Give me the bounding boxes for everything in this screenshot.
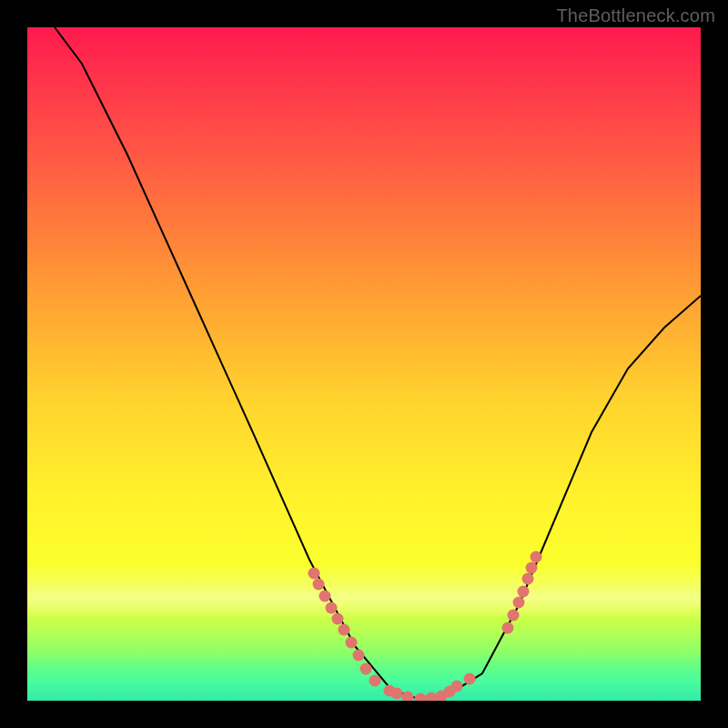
gradient-plot-area bbox=[27, 27, 701, 701]
watermark-text: TheBottleneck.com bbox=[556, 5, 715, 26]
